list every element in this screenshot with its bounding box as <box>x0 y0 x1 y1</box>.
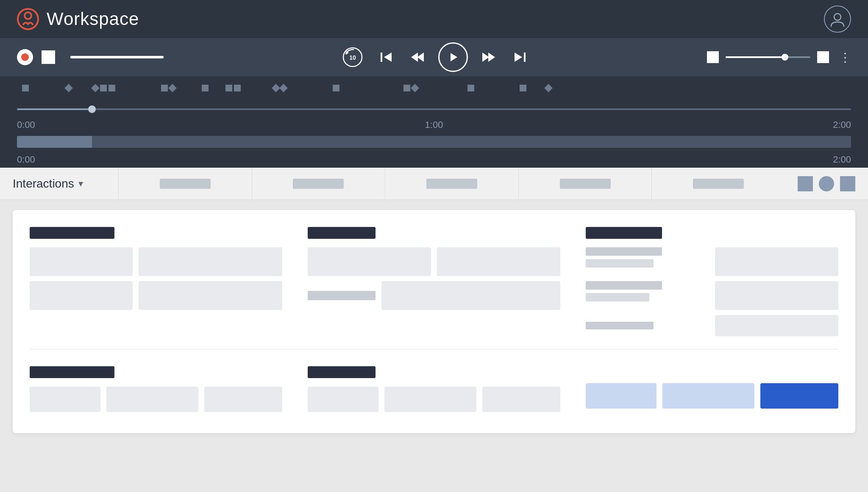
filter-tab-5[interactable] <box>652 168 785 199</box>
filter-tab-3[interactable] <box>385 168 519 199</box>
replay-button[interactable]: 10 <box>340 44 365 70</box>
header: Workspace <box>0 0 868 38</box>
marker-5 <box>225 85 241 91</box>
logo-icon <box>17 8 39 30</box>
scrubber-track[interactable] <box>17 108 851 110</box>
filter-tab-pill-4 <box>560 179 611 189</box>
content-card <box>13 210 855 433</box>
ph-block-4-1 <box>30 387 100 412</box>
ph-block-6-1 <box>586 383 657 409</box>
marker-9 <box>467 85 474 91</box>
svg-rect-6 <box>381 53 382 62</box>
ph-col-3-3 <box>586 322 709 329</box>
ph-text-3-3 <box>586 281 662 290</box>
avatar-icon <box>829 10 846 28</box>
mini-timeline-labels: 0:00 2:00 <box>0 152 868 168</box>
marker-8 <box>403 85 418 91</box>
filter-tab-1[interactable] <box>119 168 252 199</box>
ph-block-2-1 <box>308 247 431 276</box>
play-button[interactable] <box>438 42 468 72</box>
grid-section-3 <box>586 227 838 336</box>
view-grid-icon[interactable] <box>798 176 813 191</box>
marker-7 <box>333 85 339 91</box>
ph-text-2-1 <box>308 291 376 300</box>
filter-tab-4[interactable] <box>519 168 652 199</box>
grid-section-1 <box>30 227 282 336</box>
record-button[interactable] <box>17 49 33 65</box>
ph-block-5-1 <box>308 387 378 412</box>
svg-marker-9 <box>417 53 424 62</box>
ph-block-3-2 <box>715 281 838 310</box>
mini-timeline <box>0 131 868 152</box>
filter-tab-pill-5 <box>693 179 744 189</box>
grid-section-2 <box>308 227 560 336</box>
view-list-icon[interactable] <box>840 176 855 191</box>
ph-text-3-5 <box>586 322 654 329</box>
svg-point-2 <box>834 14 841 20</box>
rewind-button[interactable] <box>407 47 428 68</box>
filter-tab-pill-2 <box>293 179 344 189</box>
ph-block-2-2 <box>437 247 560 276</box>
filter-tab-2[interactable] <box>252 168 386 199</box>
content-divider <box>30 349 838 349</box>
svg-marker-13 <box>515 53 522 62</box>
svg-text:10: 10 <box>349 54 356 61</box>
ph-text-3-4 <box>586 293 649 301</box>
timeline-section: 0:00 1:00 2:00 0:00 2:00 <box>0 76 868 168</box>
view-circle-icon[interactable] <box>819 176 834 191</box>
svg-marker-10 <box>451 53 457 61</box>
fast-forward-button[interactable] <box>478 47 499 68</box>
svg-marker-11 <box>482 53 489 62</box>
ph-row-6-1 <box>586 383 838 409</box>
ph-text-3-2 <box>586 259 654 268</box>
stop-button[interactable] <box>42 50 55 64</box>
ph-row-3-3 <box>586 315 838 336</box>
chevron-down-icon: ▾ <box>78 178 83 189</box>
marker-10 <box>520 85 526 91</box>
marker-11 <box>545 85 551 91</box>
svg-rect-14 <box>524 53 526 62</box>
ph-row-3-1 <box>586 247 838 276</box>
svg-marker-8 <box>411 53 418 62</box>
ph-block-3-1 <box>715 247 838 276</box>
grid-section-4 <box>30 366 282 412</box>
ph-row-2-2 <box>308 281 560 310</box>
section-header-3 <box>586 227 662 239</box>
marker-6 <box>273 85 287 91</box>
more-options-icon[interactable]: ⋮ <box>839 50 851 64</box>
ph-block-1-3 <box>30 281 133 310</box>
marker-0 <box>22 85 29 91</box>
ph-text-3-1 <box>586 247 662 256</box>
transport-controls: 10 <box>172 42 698 72</box>
svg-marker-12 <box>488 53 495 62</box>
skip-back-start-button[interactable] <box>376 47 397 68</box>
section-header-5 <box>308 366 376 378</box>
transport-bar: 10 <box>0 38 868 76</box>
interactions-dropdown[interactable]: Interactions ▾ <box>0 168 119 199</box>
section-header-6-spacer <box>586 366 838 378</box>
ph-block-1-4 <box>139 281 283 310</box>
filter-tabs <box>119 168 785 199</box>
ph-row-3-2 <box>586 281 838 310</box>
scrubber-row <box>0 100 868 119</box>
mini-timeline-track[interactable] <box>17 136 851 148</box>
marker-2 <box>92 85 115 91</box>
svg-marker-7 <box>384 53 392 62</box>
ph-row-5-1 <box>308 387 560 412</box>
volume-icon-high <box>817 51 829 63</box>
ph-block-3-3 <box>715 315 838 336</box>
ph-row-1-1 <box>30 247 282 276</box>
volume-icon-low <box>707 51 719 63</box>
grid-section-6 <box>586 366 838 412</box>
volume-slider[interactable] <box>726 56 810 58</box>
ph-row-2-1 <box>308 247 560 276</box>
ph-block-2-3 <box>381 281 560 310</box>
skip-to-end-button[interactable] <box>509 47 531 68</box>
ph-block-4-2 <box>106 387 198 412</box>
progress-bar-left <box>70 56 164 58</box>
section-header-2 <box>308 227 376 239</box>
avatar-button[interactable] <box>824 6 851 33</box>
marker-3 <box>161 85 175 91</box>
ph-col-3-2 <box>586 281 709 310</box>
ph-block-6-3-blue <box>760 383 838 409</box>
